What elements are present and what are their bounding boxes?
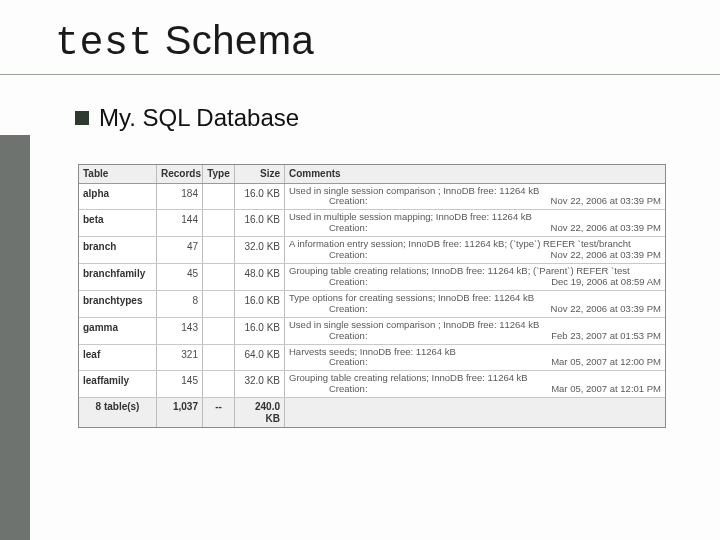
bullet-row: My. SQL Database	[75, 104, 299, 132]
table-row: leaffamily14532.0 KBGrouping table creat…	[79, 371, 665, 398]
cell-table-name: branch	[79, 237, 157, 263]
cell-type	[203, 291, 235, 317]
footer-size-total: 240.0 KB	[235, 398, 285, 427]
creation-date: Nov 22, 2006 at 03:39 PM	[551, 304, 661, 315]
creation-label: Creation:	[289, 331, 368, 342]
creation-label: Creation:	[289, 196, 368, 207]
cell-type	[203, 345, 235, 371]
cell-table-name: beta	[79, 210, 157, 236]
cell-table-name: gamma	[79, 318, 157, 344]
cell-comments: Used in single session comparison ; Inno…	[285, 184, 665, 210]
footer-tables-count: 8 table(s)	[79, 398, 157, 427]
cell-type	[203, 237, 235, 263]
creation-date: Feb 23, 2007 at 01:53 PM	[551, 331, 661, 342]
col-header-type: Type	[203, 165, 235, 183]
cell-type	[203, 371, 235, 397]
bullet-text: My. SQL Database	[99, 104, 299, 132]
table-row: beta14416.0 KBUsed in multiple session m…	[79, 210, 665, 237]
comment-text: Used in single session comparison ; Inno…	[289, 320, 661, 331]
table-footer-row: 8 table(s) 1,037 -- 240.0 KB	[79, 398, 665, 427]
cell-size: 16.0 KB	[235, 184, 285, 210]
table-row: gamma14316.0 KBUsed in single session co…	[79, 318, 665, 345]
creation-label: Creation:	[289, 357, 368, 368]
creation-date: Nov 22, 2006 at 03:39 PM	[551, 196, 661, 207]
square-bullet-icon	[75, 111, 89, 125]
creation-date: Mar 05, 2007 at 12:01 PM	[551, 384, 661, 395]
slide: test Schema My. SQL Database Table Recor…	[0, 0, 720, 540]
creation-date: Nov 22, 2006 at 03:39 PM	[551, 223, 661, 234]
cell-records: 8	[157, 291, 203, 317]
table-header-row: Table Records Type Size Comments	[79, 165, 665, 184]
cell-comments: Grouping table creating relations; InnoD…	[285, 264, 665, 290]
cell-comments: Used in single session comparison ; Inno…	[285, 318, 665, 344]
cell-comments: A information entry session; InnoDB free…	[285, 237, 665, 263]
cell-size: 16.0 KB	[235, 291, 285, 317]
footer-records-total: 1,037	[157, 398, 203, 427]
creation-label: Creation:	[289, 384, 368, 395]
cell-type	[203, 264, 235, 290]
cell-comments: Type options for creating sessions; Inno…	[285, 291, 665, 317]
footer-empty	[285, 398, 665, 427]
cell-type	[203, 184, 235, 210]
cell-size: 32.0 KB	[235, 237, 285, 263]
cell-type	[203, 318, 235, 344]
col-header-comments: Comments	[285, 165, 665, 183]
cell-table-name: leaf	[79, 345, 157, 371]
creation-date: Dec 19, 2006 at 08:59 AM	[551, 277, 661, 288]
cell-records: 145	[157, 371, 203, 397]
table-row: branchfamily4548.0 KBGrouping table crea…	[79, 264, 665, 291]
col-header-table: Table	[79, 165, 157, 183]
title-rest: Schema	[153, 18, 314, 62]
creation-label: Creation:	[289, 277, 368, 288]
cell-comments: Harvests seeds; InnoDB free: 11264 kBCre…	[285, 345, 665, 371]
cell-comments: Grouping table creating relations; InnoD…	[285, 371, 665, 397]
cell-table-name: leaffamily	[79, 371, 157, 397]
cell-records: 144	[157, 210, 203, 236]
creation-label: Creation:	[289, 223, 368, 234]
slide-title: test Schema	[55, 18, 314, 66]
table-row: alpha18416.0 KBUsed in single session co…	[79, 184, 665, 211]
table-row: branchtypes816.0 KBType options for crea…	[79, 291, 665, 318]
schema-table: Table Records Type Size Comments alpha18…	[78, 164, 666, 428]
title-underline	[0, 74, 720, 75]
creation-label: Creation:	[289, 250, 368, 261]
cell-records: 321	[157, 345, 203, 371]
cell-table-name: branchtypes	[79, 291, 157, 317]
creation-date: Mar 05, 2007 at 12:00 PM	[551, 357, 661, 368]
cell-size: 64.0 KB	[235, 345, 285, 371]
col-header-records: Records	[157, 165, 203, 183]
footer-type: --	[203, 398, 235, 427]
cell-records: 47	[157, 237, 203, 263]
creation-label: Creation:	[289, 304, 368, 315]
col-header-size: Size	[235, 165, 285, 183]
cell-records: 184	[157, 184, 203, 210]
cell-records: 45	[157, 264, 203, 290]
cell-type	[203, 210, 235, 236]
cell-size: 16.0 KB	[235, 210, 285, 236]
creation-date: Nov 22, 2006 at 03:39 PM	[551, 250, 661, 261]
cell-size: 48.0 KB	[235, 264, 285, 290]
cell-table-name: alpha	[79, 184, 157, 210]
cell-size: 32.0 KB	[235, 371, 285, 397]
side-stripe	[0, 135, 30, 540]
cell-table-name: branchfamily	[79, 264, 157, 290]
cell-size: 16.0 KB	[235, 318, 285, 344]
table-row: leaf32164.0 KBHarvests seeds; InnoDB fre…	[79, 345, 665, 372]
cell-comments: Used in multiple session mapping; InnoDB…	[285, 210, 665, 236]
cell-records: 143	[157, 318, 203, 344]
title-mono: test	[55, 21, 153, 66]
table-row: branch4732.0 KBA information entry sessi…	[79, 237, 665, 264]
